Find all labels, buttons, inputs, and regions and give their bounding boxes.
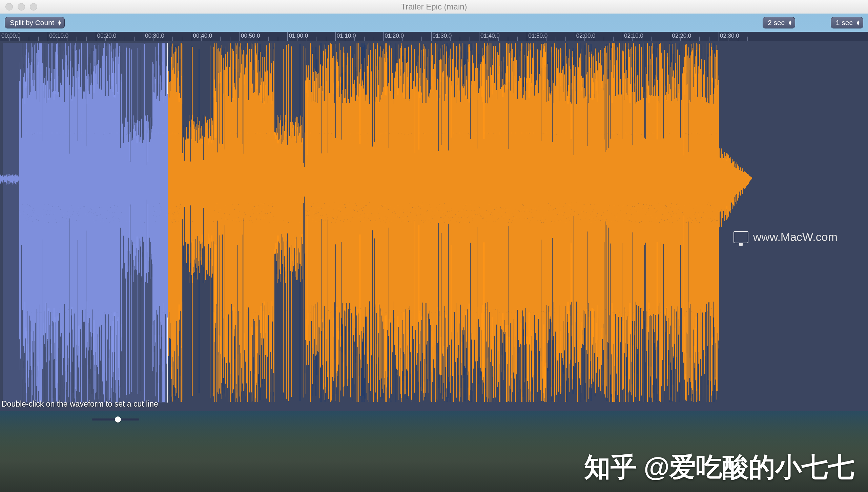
ruler-label: 00:20.0 <box>97 33 117 39</box>
ruler-label: 02:10.0 <box>624 33 643 39</box>
ruler-label: 02:00.0 <box>576 33 596 39</box>
volume-thumb[interactable] <box>115 416 121 423</box>
ruler-label: 00:40.0 <box>193 33 212 39</box>
ruler-label: 01:40.0 <box>480 33 500 39</box>
ruler-label: 01:50.0 <box>528 33 547 39</box>
zhihu-watermark: 知乎 @爱吃酸的小七七 <box>584 450 854 485</box>
fadein-value: 1 sec <box>836 19 853 27</box>
split-mode-label: Split by Count <box>10 19 54 27</box>
ruler-label: 00:10.0 <box>49 33 68 39</box>
updown-icon: ▲▼ <box>856 20 860 25</box>
fadeout-select[interactable]: 2 sec ▲▼ <box>763 17 795 28</box>
time-ruler[interactable]: 00:00.000:10.000:20.000:30.000:40.000:50… <box>0 32 868 41</box>
waveform-area[interactable]: Double-click on the waveform to set a cu… <box>0 41 868 411</box>
ruler-label: 02:20.0 <box>672 33 691 39</box>
updown-icon: ▲▼ <box>788 20 792 25</box>
ruler-label: 00:50.0 <box>241 33 260 39</box>
ruler-label: 01:10.0 <box>337 33 356 39</box>
fadeout-value: 2 sec <box>768 19 785 27</box>
ruler-label: 01:30.0 <box>433 33 452 39</box>
waveform-hint: Double-click on the waveform to set a cu… <box>1 399 158 409</box>
split-mode-select[interactable]: Split by Count ▲▼ <box>5 17 65 28</box>
updown-icon: ▲▼ <box>58 20 62 25</box>
ruler-label: 00:00.0 <box>1 33 21 39</box>
monitor-icon <box>733 231 748 243</box>
ruler-label: 00:30.0 <box>145 33 164 39</box>
waveform-canvas[interactable] <box>0 41 752 411</box>
macw-watermark: www.MacW.com <box>733 230 838 244</box>
window-title: Trailer Epic (main) <box>0 2 868 12</box>
zhihu-logo: 知乎 <box>584 450 637 485</box>
ruler-label: 01:00.0 <box>289 33 308 39</box>
ruler-label: 02:30.0 <box>720 33 739 39</box>
zhihu-text: @爱吃酸的小七七 <box>644 450 854 485</box>
macw-text: www.MacW.com <box>753 230 838 244</box>
titlebar[interactable]: Trailer Epic (main) <box>0 0 868 14</box>
ruler-label: 01:20.0 <box>385 33 404 39</box>
volume-slider[interactable] <box>92 418 139 421</box>
app-window: Trailer Epic (main) Split by Count ▲▼ 0 … <box>0 0 868 428</box>
fadein-select[interactable]: 1 sec ▲▼ <box>831 17 863 28</box>
